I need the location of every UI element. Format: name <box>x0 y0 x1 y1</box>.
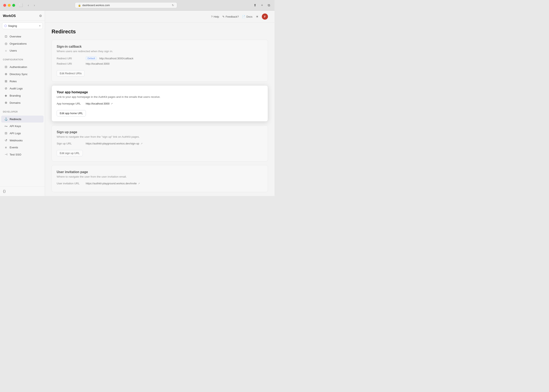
card-label: Sign up URL <box>57 142 83 145</box>
env-selector[interactable]: ⬡ Staging ▾ <box>2 22 43 29</box>
sidebar-item-audit-logs[interactable]: ⊘ Audit Logs <box>1 85 44 92</box>
sidebar-item-label: Users <box>10 49 17 52</box>
users-icon: ○ <box>4 49 8 52</box>
new-tab-button[interactable]: ＋ <box>259 2 265 8</box>
developer-section-label: DEVELOPER <box>0 108 45 114</box>
card-value: http://localhost:3000/callback <box>99 57 133 60</box>
feedback-label: Feedback? <box>226 15 239 18</box>
card-value: https://authkit-playground.workos.dev/in… <box>86 182 140 185</box>
edit-sign-up-url-button[interactable]: Edit sign up URL <box>57 150 83 156</box>
external-link-icon: ↗ <box>138 182 140 185</box>
test-sso-icon: ⊣ <box>4 153 8 156</box>
sidebar-footer: ⟨⟩ <box>0 186 45 196</box>
docs-button[interactable]: 📄 Docs <box>242 15 252 18</box>
card-label: App homepage URL <box>57 102 83 105</box>
address-text: dashboard.workos.com <box>82 4 110 7</box>
sidebar-item-label: Overview <box>10 35 21 38</box>
default-badge: Default <box>86 56 97 60</box>
sidebar-item-label: Branding <box>10 94 21 97</box>
overview-icon: ⊡ <box>4 35 8 38</box>
docs-icon: 📄 <box>242 15 245 18</box>
sidebar-config-nav: ⊟ Authentication ⊗ Directory Sync ⊞ Role… <box>0 62 45 108</box>
traffic-light-green[interactable] <box>12 4 15 7</box>
avatar[interactable]: F <box>262 14 268 20</box>
tab-button[interactable]: ⬜ <box>18 2 24 8</box>
sidebar-item-label: Redirects <box>10 118 21 121</box>
sidebar-item-label: Authentication <box>10 65 27 69</box>
theme-toggle-button[interactable]: ☀ <box>256 15 258 19</box>
edit-app-home-url-button[interactable]: Edit app home URL <box>57 110 86 116</box>
sign-in-callback-card: Sign-in callback Where users are redirec… <box>52 40 268 82</box>
forward-button[interactable]: › <box>33 3 36 8</box>
topbar: ? Help ✎ Feedback? 📄 Docs ☀ F <box>45 11 275 23</box>
traffic-lights <box>3 4 15 7</box>
tabs-button[interactable]: ⧉ <box>266 2 271 8</box>
authentication-icon: ⊟ <box>4 65 8 69</box>
card-description: Where to navigate the user from the user… <box>57 175 263 178</box>
sidebar-item-test-sso[interactable]: ⊣ Test SSO <box>1 151 44 158</box>
card-title: Your app homepage <box>57 91 263 94</box>
brand-logo: WorkOS <box>3 14 16 18</box>
events-icon: ≡ <box>4 146 8 149</box>
browser-chrome: ⬜ ‹ › 🔒 dashboard.workos.com ↻ ⬆ ＋ ⧉ <box>0 0 275 11</box>
card-row-redirect-uri-1: Redirect URI Default http://localhost:30… <box>57 56 263 60</box>
help-button[interactable]: ? Help <box>211 15 219 18</box>
directory-sync-icon: ⊗ <box>4 72 8 76</box>
page-title: Redirects <box>52 28 268 35</box>
sidebar-item-redirects[interactable]: ⚓ Redirects <box>1 116 44 123</box>
card-value: http://localhost:3000 ↗ <box>86 102 113 105</box>
back-button[interactable]: ‹ <box>27 3 30 8</box>
code-icon-button[interactable]: ⟨⟩ <box>3 189 6 194</box>
settings-button[interactable]: ⚙ <box>39 14 42 18</box>
sidebar-item-label: Organizations <box>10 42 27 45</box>
card-label: User invitation URL <box>57 182 83 185</box>
user-invitation-page-card: User invitation page Where to navigate t… <box>52 165 268 192</box>
page-content: Redirects Sign-in callback Where users a… <box>45 23 275 196</box>
sign-up-page-card: Sign up page Where to navigate the user … <box>52 125 268 161</box>
card-title: Sign-in callback <box>57 45 263 49</box>
help-icon: ? <box>211 15 213 18</box>
roles-icon: ⊞ <box>4 79 8 83</box>
help-label: Help <box>214 15 219 18</box>
browser-actions: ⬆ ＋ ⧉ <box>252 2 271 8</box>
domains-icon: ⊕ <box>4 101 8 105</box>
traffic-light-yellow[interactable] <box>8 4 11 7</box>
sidebar-item-organizations[interactable]: ◎ Organizations <box>1 40 44 47</box>
sidebar-item-label: Events <box>10 146 18 149</box>
app-layout: WorkOS ⚙ ⬡ Staging ▾ ⊡ Overview ◎ Organi… <box>0 11 275 196</box>
share-button[interactable]: ⬆ <box>252 2 257 8</box>
feedback-icon: ✎ <box>222 15 225 18</box>
external-link-icon: ↗ <box>140 142 143 145</box>
sidebar-item-api-keys[interactable]: 🗝 API Keys <box>1 123 44 130</box>
sidebar-item-overview[interactable]: ⊡ Overview <box>1 33 44 40</box>
traffic-light-red[interactable] <box>3 4 6 7</box>
address-bar[interactable]: 🔒 dashboard.workos.com ↻ <box>75 2 177 8</box>
sidebar-main-nav: ⊡ Overview ◎ Organizations ○ Users <box>0 31 45 56</box>
sidebar-item-webhooks[interactable]: ↺ Webhooks <box>1 137 44 144</box>
api-keys-icon: 🗝 <box>4 124 8 128</box>
card-title: User invitation page <box>57 170 263 174</box>
webhooks-icon: ↺ <box>4 139 8 142</box>
sidebar-item-domains[interactable]: ⊕ Domains <box>1 99 44 106</box>
card-description: Where to navigate the user from the "sig… <box>57 135 263 138</box>
edit-redirect-uris-button[interactable]: Edit Redirect URIs <box>57 70 85 77</box>
sidebar-item-branding[interactable]: ◈ Branding <box>1 92 44 99</box>
refresh-icon[interactable]: ↻ <box>172 4 174 7</box>
sidebar-item-label: Webhooks <box>10 139 23 142</box>
card-label: Redirect URI <box>57 62 83 65</box>
sidebar-item-events[interactable]: ≡ Events <box>1 144 44 151</box>
sidebar-item-api-logs[interactable]: ⊟ API Logs <box>1 130 44 137</box>
sidebar-item-authentication[interactable]: ⊟ Authentication <box>1 63 44 70</box>
env-label: Staging <box>8 24 17 28</box>
card-value: http://localhost:3000 <box>86 62 109 65</box>
audit-logs-icon: ⊘ <box>4 87 8 90</box>
sidebar-item-label: Domains <box>10 101 21 104</box>
sidebar-item-roles[interactable]: ⊞ Roles <box>1 78 44 85</box>
sidebar-item-users[interactable]: ○ Users <box>1 47 44 54</box>
app-homepage-card: Your app homepage Link to your app homep… <box>52 85 268 121</box>
card-row-redirect-uri-2: Redirect URI http://localhost:3000 <box>57 62 263 65</box>
sidebar-item-directory-sync[interactable]: ⊗ Directory Sync <box>1 70 44 77</box>
env-icon: ⬡ <box>4 24 7 28</box>
feedback-button[interactable]: ✎ Feedback? <box>222 15 239 18</box>
sidebar-item-label: Audit Logs <box>10 87 23 90</box>
